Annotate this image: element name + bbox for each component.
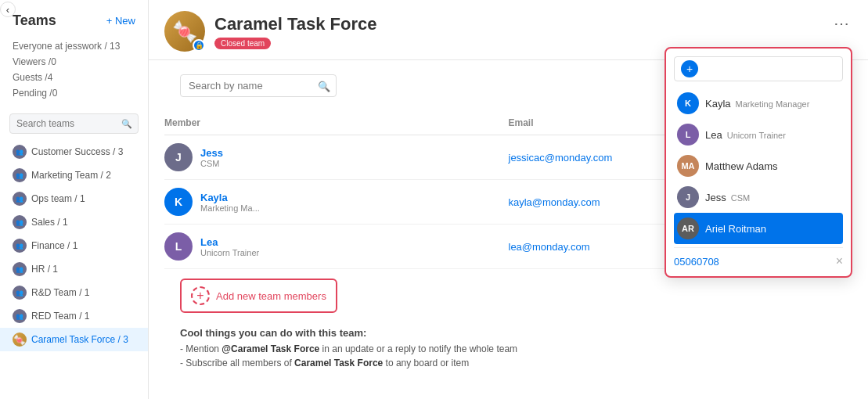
dropdown-item-ariel[interactable]: AR Ariel Roitman <box>674 213 843 244</box>
add-member-dropdown: + K Kayla Marketing Manager L Lea Unicor… <box>665 47 852 278</box>
member-kayla-name[interactable]: Kayla <box>200 192 260 203</box>
dropdown-item-matthew[interactable]: MA Matthew Adams <box>674 150 843 182</box>
team-avatar: 🍬 🔒 <box>164 11 205 52</box>
dd-role-lea: Unicorn Trainer <box>727 131 786 140</box>
dd-name-matthew: Matthew Adams <box>705 160 778 172</box>
member-lea-avatar: L <box>164 232 193 261</box>
team-label-hr: HR / 1 <box>31 264 58 275</box>
member-jess-info: J Jess CSM <box>164 143 509 171</box>
dd-details-matthew: Matthew Adams <box>705 160 778 172</box>
dd-details-kayla: Kayla Marketing Manager <box>705 98 809 110</box>
team-icon-caramel: 🍬 <box>13 332 27 347</box>
team-icon-sales: 👥 <box>13 215 27 229</box>
team-icon-finance: 👥 <box>13 239 27 253</box>
cool-title: Cool things you can do with this team: <box>180 327 837 339</box>
member-jess-role: CSM <box>200 159 223 168</box>
member-kayla-role: Marketing Ma... <box>200 203 260 213</box>
search-icon: 🔍 <box>121 119 132 129</box>
team-icon-red: 👥 <box>13 309 27 323</box>
phone-row: 05060708 × <box>674 247 843 268</box>
sidebar-item-sales[interactable]: 👥 Sales / 1 <box>0 210 148 234</box>
dropdown-search-bar: + <box>674 56 843 81</box>
close-dropdown-button[interactable]: × <box>836 254 843 268</box>
sidebar-item-customer-success[interactable]: 👥 Customer Success / 3 <box>0 140 148 164</box>
member-lea-info: L Lea Unicorn Trainer <box>164 232 509 261</box>
dd-avatar-lea: L <box>677 124 699 146</box>
team-name-block: Caramel Task Force Closed team <box>214 14 376 49</box>
dd-details-ariel: Ariel Roitman <box>705 223 766 235</box>
add-members-button[interactable]: + Add new team members <box>180 279 337 313</box>
dropdown-search-input[interactable] <box>703 63 836 75</box>
dd-details-jess: Jess CSM <box>705 192 750 203</box>
sidebar: ‹ Teams + New Everyone at jesswork / 13 … <box>0 0 149 399</box>
member-kayla-info: K Kayla Marketing Ma... <box>164 188 509 216</box>
dropdown-plus-icon: + <box>681 60 698 77</box>
sidebar-item-rd[interactable]: 👥 R&D Team / 1 <box>0 281 148 304</box>
member-jess-name[interactable]: Jess <box>200 147 223 159</box>
sidebar-item-ops[interactable]: 👥 Ops team / 1 <box>0 187 148 210</box>
member-jess-details: Jess CSM <box>200 147 223 168</box>
lock-icon: 🔒 <box>195 41 203 49</box>
closed-badge: Closed team <box>214 38 271 49</box>
mention-team: @Caramel Task Force <box>222 343 319 354</box>
team-label-finance: Finance / 1 <box>31 240 77 251</box>
main-content: 🍬 🔒 Caramel Task Force Closed team ⋯ 🔍 M… <box>149 0 868 399</box>
dropdown-item-jess[interactable]: J Jess CSM <box>674 182 843 213</box>
stat-pending[interactable]: Pending /0 <box>13 85 135 101</box>
sidebar-item-finance[interactable]: 👥 Finance / 1 <box>0 234 148 257</box>
sidebar-item-red[interactable]: 👥 RED Team / 1 <box>0 304 148 328</box>
cool-things-section: Cool things you can do with this team: -… <box>164 319 852 379</box>
member-kayla-details: Kayla Marketing Ma... <box>200 192 260 213</box>
team-label-rd: R&D Team / 1 <box>31 287 89 298</box>
member-lea-name[interactable]: Lea <box>200 236 259 248</box>
new-team-button[interactable]: + New <box>106 15 135 27</box>
team-label-sales: Sales / 1 <box>31 217 68 228</box>
search-members-container: 🔍 <box>180 74 337 97</box>
sidebar-stats: Everyone at jesswork / 13 Viewers /0 Gue… <box>0 38 148 101</box>
team-label-ops: Ops team / 1 <box>31 193 85 204</box>
dd-name-jess: Jess <box>705 192 726 203</box>
team-label-red: RED Team / 1 <box>31 311 89 322</box>
team-label-caramel: Caramel Task Force / 3 <box>31 334 128 345</box>
team-icon-ops: 👥 <box>13 192 27 206</box>
stat-everyone[interactable]: Everyone at jesswork / 13 <box>13 38 135 54</box>
collapse-button[interactable]: ‹ <box>0 2 16 17</box>
more-options-button[interactable]: ⋯ <box>830 11 852 36</box>
search-teams-container: 🔍 <box>9 113 139 134</box>
cool-item-1: - Mention @Caramel Task Force in an upda… <box>180 343 837 354</box>
member-kayla-avatar: K <box>164 188 193 216</box>
team-icon-mt: 👥 <box>13 168 27 182</box>
team-icon-hr: 👥 <box>13 262 27 276</box>
sidebar-item-marketing[interactable]: 👥 Marketing Team / 2 <box>0 164 148 187</box>
member-lea-role: Unicorn Trainer <box>200 248 259 257</box>
team-name: Caramel Task Force <box>214 14 376 34</box>
sidebar-item-caramel[interactable]: 🍬 Caramel Task Force / 3 <box>0 328 148 351</box>
team-icon-rd: 👥 <box>13 286 27 300</box>
team-label-cs: Customer Success / 3 <box>31 146 123 157</box>
member-lea-details: Lea Unicorn Trainer <box>200 236 259 257</box>
team-icon-cs: 👥 <box>13 145 27 159</box>
dropdown-item-kayla[interactable]: K Kayla Marketing Manager <box>674 88 843 119</box>
member-jess-avatar: J <box>164 143 193 171</box>
dropdown-item-lea[interactable]: L Lea Unicorn Trainer <box>674 119 843 150</box>
stat-guests[interactable]: Guests /4 <box>13 70 135 85</box>
dd-role-jess: CSM <box>731 193 750 203</box>
dd-name-ariel: Ariel Roitman <box>705 223 766 235</box>
search-teams-input[interactable] <box>9 113 139 134</box>
dd-avatar-kayla: K <box>677 92 699 114</box>
search-members-input[interactable] <box>180 74 337 97</box>
mention-team-2: Caramel Task Force <box>294 358 383 368</box>
search-members-icon: 🔍 <box>318 80 330 92</box>
team-info: 🍬 🔒 Caramel Task Force Closed team <box>164 11 376 52</box>
sidebar-item-hr[interactable]: 👥 HR / 1 <box>0 257 148 281</box>
add-members-label: Add new team members <box>216 290 326 302</box>
col-member: Member <box>164 117 509 128</box>
dd-name-lea: Lea <box>705 129 722 141</box>
cool-item-2: - Subscribe all members of Caramel Task … <box>180 358 837 368</box>
stat-viewers[interactable]: Viewers /0 <box>13 54 135 70</box>
dd-role-kayla: Marketing Manager <box>736 99 810 109</box>
dd-details-lea: Lea Unicorn Trainer <box>705 129 786 141</box>
team-label-mt: Marketing Team / 2 <box>31 170 111 181</box>
dd-avatar-ariel: AR <box>677 217 699 239</box>
add-circle-icon: + <box>191 286 210 305</box>
